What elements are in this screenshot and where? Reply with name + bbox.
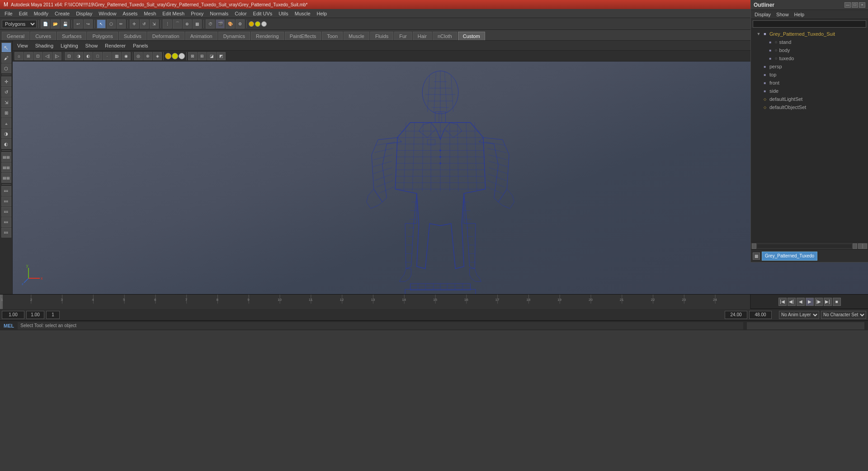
collapse-button[interactable] — [858, 243, 863, 249]
select-tool-button[interactable]: ↖ — [97, 19, 106, 29]
menu-proxy[interactable]: Proxy — [188, 10, 206, 17]
sculpt-button[interactable]: ◑ — [1, 128, 11, 138]
lasso-mode-button[interactable]: ⬡ — [1, 63, 11, 73]
save-button[interactable]: 💾 — [61, 19, 70, 29]
outliner-help-menu[interactable]: Help — [793, 11, 807, 18]
tree-item-lightset[interactable]: ◇ defaultLightSet — [751, 95, 868, 103]
go-to-start-button[interactable]: |◀ — [778, 298, 787, 306]
history-button[interactable]: ⏱ — [206, 19, 215, 29]
rotate-tool-button[interactable]: ↺ — [140, 19, 149, 29]
tab-general[interactable]: General — [2, 32, 29, 40]
stack-button-5[interactable]: ≡≡ — [1, 228, 11, 238]
smooth-shade-button[interactable]: ◑ — [74, 52, 83, 60]
light-color-1[interactable] — [165, 53, 171, 59]
new-scene-button[interactable]: 📄 — [41, 19, 50, 29]
material-icon-button[interactable]: ▦ — [753, 252, 760, 260]
tab-fur[interactable]: Fur — [394, 32, 412, 40]
start-frame-field[interactable] — [2, 311, 24, 319]
move-tool-button[interactable]: ✛ — [130, 19, 139, 29]
outliner-show-menu[interactable]: Show — [774, 11, 791, 18]
outliner-minimize[interactable]: — — [844, 2, 851, 8]
render-settings-button[interactable]: ⚙ — [236, 19, 245, 29]
step-forward-button[interactable]: |▶ — [815, 298, 823, 306]
scroll-right-button[interactable] — [853, 243, 857, 249]
mel-label[interactable]: MEL — [4, 323, 14, 328]
menu-help[interactable]: Help — [314, 10, 330, 17]
tab-fluids[interactable]: Fluids — [370, 32, 393, 40]
bounding-box-button[interactable]: □ — [93, 52, 102, 60]
tab-animation[interactable]: Animation — [185, 32, 217, 40]
menu-edit-uvs[interactable]: Edit UVs — [250, 10, 275, 17]
prev-key-button[interactable]: ◁| — [43, 52, 52, 60]
outliner-search-input[interactable] — [753, 20, 866, 28]
tree-item-side[interactable]: ■ side — [751, 87, 868, 95]
ipr-render-button[interactable]: 🎨 — [226, 19, 235, 29]
character-set-select[interactable]: No Character Set — [821, 311, 866, 319]
tab-painteffects[interactable]: PaintEffects — [285, 32, 321, 40]
open-button[interactable]: 📂 — [51, 19, 60, 29]
tree-item-persp[interactable]: ■ persp — [751, 62, 868, 71]
snap-grid-button[interactable]: ⋮ — [163, 19, 172, 29]
frame-selected-button[interactable]: ⊡ — [33, 52, 42, 60]
universal-manip-button[interactable]: ⊞ — [1, 108, 11, 118]
xray-joints-button[interactable]: ⊕ — [143, 52, 152, 60]
viewport-icon-d[interactable]: ◩ — [217, 52, 226, 60]
texture-button[interactable]: ▦ — [112, 52, 121, 60]
tab-ncloth[interactable]: nCloth — [433, 32, 457, 40]
stack-button-4[interactable]: ≡≡ — [1, 217, 11, 227]
menu-edit-mesh[interactable]: Edit Mesh — [160, 10, 187, 17]
scale-mode-button[interactable]: ⇲ — [1, 97, 11, 107]
viewport-show-menu[interactable]: Show — [83, 42, 101, 49]
frame-all-button[interactable]: ⊞ — [24, 52, 33, 60]
layer-editor-button[interactable]: ▤▤ — [1, 152, 11, 162]
select-mode-button[interactable]: ↖ — [1, 43, 11, 52]
color-dot-1[interactable] — [249, 21, 254, 27]
scale-tool-button[interactable]: ⇲ — [150, 19, 159, 29]
xray-button[interactable]: ◎ — [134, 52, 143, 60]
tree-item-stand[interactable]: ■ ○ stand — [751, 38, 868, 46]
stack-button-3[interactable]: ≡≡ — [1, 207, 11, 217]
timeline-ruler[interactable]: 1 2 3 4 5 6 7 8 9 10 11 — [0, 295, 750, 309]
color-dot-2[interactable] — [255, 21, 260, 27]
menu-assets[interactable]: Assets — [120, 10, 140, 17]
tab-surfaces[interactable]: Surfaces — [57, 32, 86, 40]
stack-button-1[interactable]: ≡≡ — [1, 186, 11, 196]
flat-shade-button[interactable]: ◐ — [84, 52, 93, 60]
point-button[interactable]: · — [103, 52, 112, 60]
viewport-icon-b[interactable]: ⊞ — [198, 52, 207, 60]
menu-color[interactable]: Color — [232, 10, 249, 17]
play-back-button[interactable]: ◀ — [797, 298, 805, 306]
use-default-mat-button[interactable]: ◉ — [122, 52, 131, 60]
anim-layer-select[interactable]: No Anim Layer — [779, 311, 819, 319]
snap-curve-button[interactable]: ⌒ — [173, 19, 182, 29]
menu-edit[interactable]: Edit — [16, 10, 30, 17]
viewport-renderer-menu[interactable]: Renderer — [102, 42, 128, 49]
scroll-left-button[interactable] — [752, 243, 756, 249]
tab-dynamics[interactable]: Dynamics — [218, 32, 250, 40]
rotate-mode-button[interactable]: ↺ — [1, 87, 11, 97]
viewport-panels-menu[interactable]: Panels — [130, 42, 151, 49]
tab-custom[interactable]: Custom — [458, 32, 485, 40]
menu-display[interactable]: Display — [73, 10, 95, 17]
soft-mod-button[interactable]: ⟁ — [1, 118, 11, 128]
tab-toon[interactable]: Toon — [322, 32, 343, 40]
outliner-close[interactable]: × — [859, 2, 865, 8]
render-button[interactable]: 🎬 — [216, 19, 225, 29]
end-frame-field-2[interactable] — [749, 311, 772, 319]
paint-mode-button[interactable]: 🖌 — [1, 53, 11, 63]
material-label[interactable]: Grey_Patterned_Tuxedo — [762, 252, 817, 261]
outliner-maximize[interactable]: □ — [852, 2, 858, 8]
outliner-display-menu[interactable]: Display — [753, 11, 773, 18]
tab-curves[interactable]: Curves — [30, 32, 56, 40]
tree-item-body[interactable]: ■ ○ body — [751, 46, 868, 54]
wireframe-button[interactable]: ⊡ — [65, 52, 74, 60]
menu-normals[interactable]: Normals — [207, 10, 231, 17]
menu-modify[interactable]: Modify — [31, 10, 51, 17]
menu-file[interactable]: File — [2, 10, 15, 17]
next-key-button[interactable]: |▷ — [52, 52, 61, 60]
tab-subdivs[interactable]: Subdivs — [119, 32, 146, 40]
tree-item-front[interactable]: ■ front — [751, 79, 868, 87]
stack-button-2[interactable]: ≡≡ — [1, 196, 11, 206]
mode-select[interactable]: Polygons Animation Rendering Dynamics — [2, 20, 37, 28]
anim-layer-button[interactable]: ▤▤ — [1, 173, 11, 183]
